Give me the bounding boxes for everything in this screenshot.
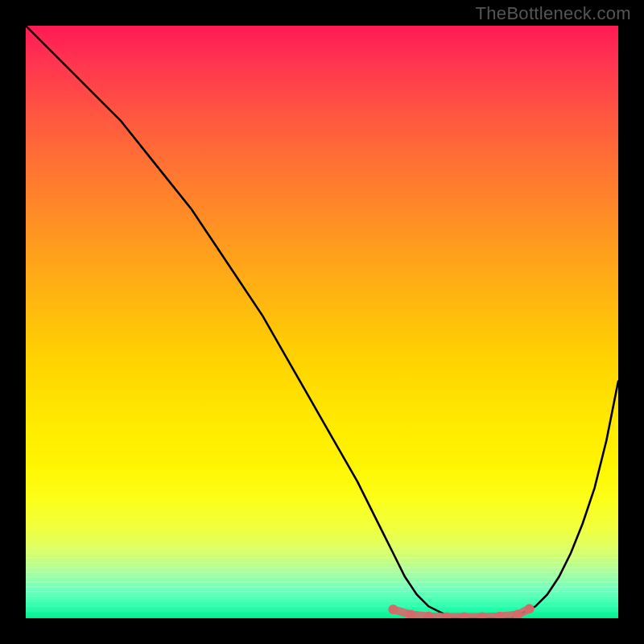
curve-layer [26,26,618,618]
bottleneck-curve [26,26,618,618]
watermark: TheBottleneck.com [476,3,631,24]
optimum-marker [388,605,398,614]
plot-area [26,26,618,618]
marker-group [388,604,534,618]
optimum-marker [525,604,535,613]
